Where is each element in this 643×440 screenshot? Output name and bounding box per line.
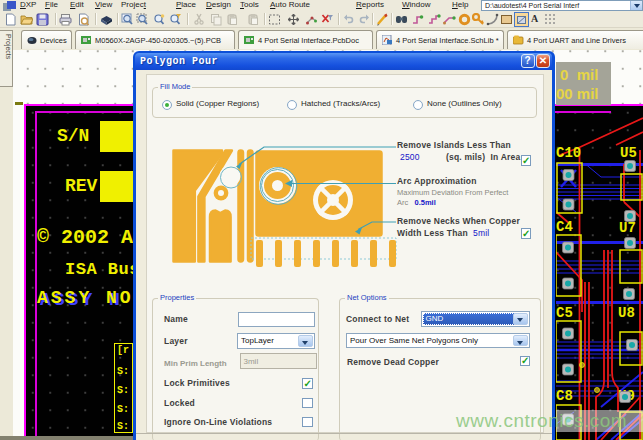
svg-text:U7: U7: [619, 220, 636, 236]
svg-text:C4: C4: [556, 219, 573, 235]
svg-text:C8: C8: [556, 388, 573, 404]
svg-text:C10: C10: [556, 145, 581, 161]
svg-text:U5: U5: [620, 145, 637, 161]
svg-text:C5: C5: [556, 305, 573, 321]
svg-text:U8: U8: [618, 305, 635, 321]
